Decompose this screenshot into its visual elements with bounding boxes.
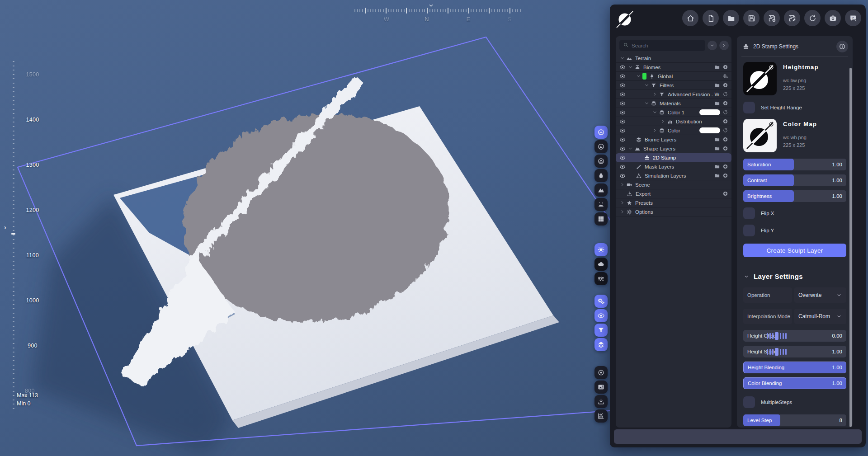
color-swatch[interactable]	[642, 73, 646, 80]
plus-button[interactable]	[722, 64, 728, 70]
tree-row-biomes[interactable]: Biomes	[616, 63, 731, 72]
folder-button[interactable]	[714, 164, 720, 169]
visibility-toggle[interactable]	[619, 136, 627, 143]
viewport-tool-cloud[interactable]	[594, 258, 608, 271]
expand-toggle[interactable]	[619, 182, 626, 188]
search-box[interactable]	[619, 40, 705, 51]
home-button[interactable]	[682, 10, 698, 26]
sync-button[interactable]	[804, 10, 821, 26]
multiple-steps-checkbox[interactable]: MultipleSteps	[743, 396, 846, 408]
scrub-handle[interactable]	[767, 330, 787, 342]
folder-open-button[interactable]	[723, 10, 739, 26]
expand-toggle[interactable]	[652, 109, 659, 115]
viewport-tool-mountain[interactable]	[594, 183, 608, 197]
visibility-toggle[interactable]	[619, 82, 627, 89]
checkbox[interactable]	[743, 207, 755, 219]
interpolation-mode-dropdown[interactable]: Catmull-Rom	[794, 309, 846, 324]
panel-options-button[interactable]	[836, 41, 848, 52]
tree-row-options[interactable]: Options	[616, 207, 731, 216]
folder-button[interactable]	[714, 146, 720, 151]
settings-scrollbar[interactable]	[849, 68, 852, 427]
level-step-slider[interactable]: Level Step 8	[743, 414, 846, 426]
viewport-tool-wheel-mountain[interactable]	[594, 140, 608, 153]
visibility-toggle[interactable]	[619, 155, 627, 161]
refresh-button[interactable]	[722, 91, 728, 97]
brightness-slider[interactable]: Brightness1.00	[743, 190, 846, 202]
tree-row-advanced-erosion-w[interactable]: Advanced Erosion - W	[616, 90, 731, 99]
viewport-tool-fog[interactable]	[594, 272, 608, 285]
expand-toggle[interactable]	[619, 200, 626, 206]
folder-button[interactable]	[714, 82, 720, 88]
tree-row-simulation-layers[interactable]: Simulation Layers	[616, 171, 731, 180]
expand-toggle[interactable]	[619, 209, 626, 215]
plus-button[interactable]	[722, 118, 728, 124]
checkbox[interactable]	[743, 102, 755, 113]
tree-row-presets[interactable]: Presets	[616, 198, 731, 207]
expand-toggle[interactable]	[644, 82, 651, 88]
expand-toggle[interactable]	[652, 127, 659, 133]
expand-panel-button[interactable]	[719, 41, 729, 50]
folder-button[interactable]	[714, 136, 720, 142]
visibility-toggle[interactable]	[619, 91, 627, 98]
tree-row-scene[interactable]: Scene	[616, 180, 731, 189]
plus-button[interactable]	[722, 191, 728, 197]
visibility-toggle[interactable]	[619, 164, 627, 170]
viewport-tool-drop[interactable]	[594, 169, 608, 182]
set-height-range-checkbox[interactable]: Set Height Range	[743, 102, 846, 113]
viewport-tool-rocks[interactable]	[594, 198, 608, 211]
visibility-toggle[interactable]	[619, 100, 627, 107]
file-new-button[interactable]	[703, 10, 719, 26]
operation-dropdown[interactable]: Overwrite	[794, 287, 846, 303]
viewport-tool-gears[interactable]	[594, 295, 608, 308]
visibility-toggle[interactable]	[619, 73, 627, 80]
colormap-reload-icon[interactable]	[768, 121, 774, 129]
layer-settings-header[interactable]: Layer Settings	[743, 273, 846, 280]
viewport-tool-image[interactable]	[594, 381, 608, 394]
plus-button[interactable]	[722, 164, 728, 169]
color-blending-slider[interactable]: Color Blending1.00	[743, 377, 846, 389]
tree-row-distribution[interactable]: Distribution	[616, 117, 731, 126]
viewport-tool-record[interactable]	[594, 366, 608, 379]
heightmap-thumbnail[interactable]	[743, 62, 777, 95]
scrub-handle[interactable]	[767, 346, 787, 357]
tree-row-shape-layers[interactable]: Shape Layers	[616, 144, 731, 153]
tree-row-mask-layers[interactable]: Mask Layers	[616, 162, 731, 171]
visibility-toggle[interactable]	[619, 64, 627, 71]
tree-row-biome-layers[interactable]: Biome Layers	[616, 135, 731, 144]
visibility-toggle[interactable]	[619, 173, 627, 179]
tree-row-color-1[interactable]: Color 1	[616, 108, 731, 117]
collapse-all-button[interactable]	[708, 41, 717, 50]
visibility-toggle[interactable]	[619, 118, 627, 125]
help-button[interactable]: ?	[845, 10, 861, 26]
viewport-tool-funnel[interactable]	[594, 324, 608, 337]
tree-row-terrain[interactable]: Terrain	[616, 54, 731, 63]
viewport-tool-stats[interactable]	[594, 409, 608, 423]
create-sculpt-layer-button[interactable]: Create Sculpt Layer	[743, 244, 846, 257]
plus-button[interactable]	[722, 146, 728, 151]
checkbox[interactable]	[743, 396, 755, 408]
color-swatch[interactable]	[699, 127, 720, 133]
heightmap-reload-icon[interactable]	[768, 64, 774, 72]
viewport-tool-eye[interactable]	[594, 309, 608, 322]
saturation-slider[interactable]: Saturation1.00	[743, 159, 846, 170]
expand-toggle[interactable]	[652, 91, 659, 97]
viewport-tool-grid[interactable]	[594, 212, 608, 226]
plus-button[interactable]	[722, 100, 728, 106]
tree-row-materials[interactable]: Materials	[616, 99, 731, 108]
expand-toggle[interactable]	[644, 100, 651, 106]
colormap-thumbnail[interactable]	[743, 119, 777, 152]
expand-toggle[interactable]	[627, 64, 634, 70]
flip-x-checkbox[interactable]: Flip X	[743, 207, 846, 219]
screenshot-button[interactable]	[825, 10, 841, 26]
save-button[interactable]	[743, 10, 760, 26]
save-new-button[interactable]	[764, 10, 780, 26]
tree-row-export[interactable]: Export	[616, 189, 731, 198]
height-blending-slider[interactable]: Height Blending1.00	[743, 362, 846, 373]
visibility-toggle[interactable]	[619, 109, 627, 116]
layers-add-button[interactable]	[722, 73, 728, 79]
height-offset-slider[interactable]: Height Offset0.00	[743, 330, 846, 342]
expand-toggle[interactable]	[636, 73, 642, 79]
tree-row-2d-stamp[interactable]: 2D Stamp	[616, 153, 731, 162]
contrast-slider[interactable]: Contrast1.00	[743, 174, 846, 186]
compass-ruler[interactable]: WNES	[353, 3, 524, 24]
